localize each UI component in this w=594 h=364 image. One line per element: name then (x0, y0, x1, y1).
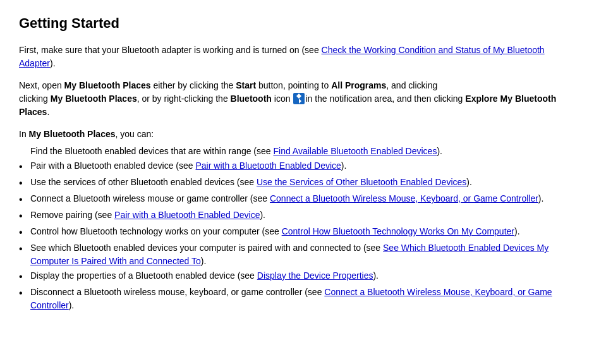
bullet-item-see-devices: • See which Bluetooth enabled devices yo… (19, 241, 575, 268)
paragraph-1: First, make sure that your Bluetooth ada… (19, 44, 575, 70)
link-pair-device[interactable]: Pair with a Bluetooth Enabled Device (196, 161, 341, 171)
p2-mid5: icon (272, 94, 293, 104)
link-remove-pairing[interactable]: Pair with a Bluetooth Enabled Device (114, 210, 260, 220)
bullet-dot-4: • (19, 209, 30, 224)
bullet-item-use-services: • Use the services of other Bluetooth en… (19, 176, 575, 191)
bullet-dot-7: • (19, 269, 30, 284)
p2-end: . (47, 107, 49, 117)
p2-bold2: Start (236, 80, 256, 90)
link8-end: ). (373, 270, 379, 281)
p2-mid3: , and clicking (386, 80, 437, 90)
indent4-pre: Control how Bluetooth technology works o… (30, 226, 282, 236)
bullet7-text: Display the properties of a Bluetooth en… (30, 269, 575, 282)
bullet1-pre: Pair with a Bluetooth enabled device (se… (30, 161, 196, 171)
bullet-item-control-bluetooth: • Control how Bluetooth technology works… (19, 225, 575, 240)
link7-end: ). (201, 256, 207, 266)
paragraph-2: Next, open My Bluetooth Places either by… (19, 79, 575, 119)
bullet-item-remove-pairing: • Remove pairing (see Pair with a Blueto… (19, 209, 575, 224)
bullet-item-connect-mouse: • Connect a Bluetooth wireless mouse or … (19, 192, 575, 207)
bullet-item-pair: • Pair with a Bluetooth enabled device (… (19, 159, 575, 174)
p2-pre: Next, open (19, 80, 64, 90)
indent5-pre: See which Bluetooth enabled devices your… (30, 243, 383, 253)
link6-end: ). (514, 226, 520, 236)
indent6-pre: Disconnect a Bluetooth wireless mouse, k… (30, 287, 324, 297)
link-display-properties[interactable]: Display the Device Properties (257, 270, 373, 281)
link-find-available[interactable]: Find Available Bluetooth Enabled Devices (273, 146, 437, 156)
link9-end: ). (69, 300, 75, 310)
bullet-item-disconnect: • Disconnect a Bluetooth wireless mouse,… (19, 286, 575, 312)
bullet-dot-5: • (19, 225, 30, 240)
bullet-list: Find the Bluetooth enabled devices that … (19, 145, 575, 312)
p3-mid: , you can: (116, 129, 154, 139)
bluetooth-icon (293, 93, 305, 104)
bullet-dot-8: • (19, 286, 30, 301)
indent3-pre: Connect a Bluetooth wireless mouse or ga… (30, 193, 270, 203)
p2-mid3b: clicking (19, 94, 51, 104)
indent6-text: Disconnect a Bluetooth wireless mouse, k… (30, 286, 575, 312)
link4-end: ). (538, 193, 544, 203)
p2-mid2: button, pointing to (256, 80, 331, 90)
indent3-text: Connect a Bluetooth wireless mouse or ga… (30, 192, 575, 205)
bullet4-text: Remove pairing (see Pair with a Bluetoot… (30, 209, 575, 222)
p2-bold3: All Programs (331, 80, 386, 90)
p1-end: ). (50, 58, 56, 68)
p2-bold1: My Bluetooth Places (64, 80, 151, 90)
bullet-dot-1: • (19, 159, 30, 174)
indent4-text: Control how Bluetooth technology works o… (30, 225, 575, 238)
p2-bold5: Bluetooth (231, 94, 272, 104)
indent5-text: See which Bluetooth enabled devices your… (30, 241, 575, 268)
indent2-pre: Use the services of other Bluetooth enab… (30, 177, 257, 187)
bullet-dot-2: • (19, 176, 30, 191)
indent-line-1: Find the Bluetooth enabled devices that … (19, 145, 575, 158)
bullet-item-display-properties: • Display the properties of a Bluetooth … (19, 269, 575, 284)
link-control-bluetooth[interactable]: Control How Bluetooth Technology Works O… (282, 226, 514, 236)
p2-mid1: either by clicking the (151, 80, 236, 90)
p2-mid6: in the notification area, and then click… (305, 94, 465, 104)
indent2-text: Use the services of other Bluetooth enab… (30, 176, 575, 189)
link2-end: ). (341, 161, 347, 171)
bullet-dot-3: • (19, 192, 30, 207)
indent1-text: Find the Bluetooth enabled devices that … (30, 146, 273, 156)
paragraph-3: In My Bluetooth Places, you can: Find th… (19, 128, 575, 312)
bullet7-pre: Display the properties of a Bluetooth en… (30, 270, 257, 281)
link-use-services[interactable]: Use the Services of Other Bluetooth Enab… (257, 177, 466, 187)
link1-end: ). (437, 146, 442, 156)
page-title: Getting Started (19, 13, 575, 33)
link-connect-mouse[interactable]: Connect a Bluetooth Wireless Mouse, Keyb… (270, 193, 538, 203)
p3-bold: My Bluetooth Places (29, 129, 116, 139)
p2-bold4: My Bluetooth Places (51, 94, 137, 104)
bullet4-pre: Remove pairing (see (30, 210, 114, 220)
p2-mid4: , or by right-clicking the (137, 94, 231, 104)
link3-end: ). (466, 177, 472, 187)
bullet-dot-6: • (19, 241, 30, 257)
p3-pre: In (19, 129, 29, 139)
bullet1-text: Pair with a Bluetooth enabled device (se… (30, 159, 575, 173)
p1-text: First, make sure that your Bluetooth ada… (19, 45, 322, 55)
link5-end: ). (260, 210, 265, 220)
